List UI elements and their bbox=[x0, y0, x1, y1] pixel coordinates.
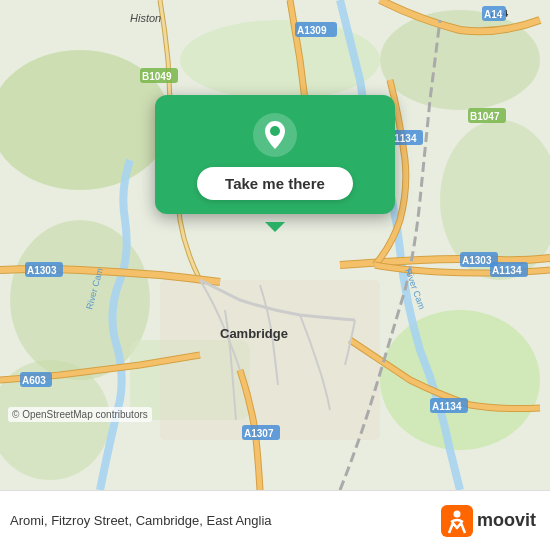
svg-text:B1047: B1047 bbox=[470, 111, 500, 122]
svg-text:A1309: A1309 bbox=[297, 25, 327, 36]
moovit-text: moovit bbox=[477, 510, 536, 531]
svg-text:A1134: A1134 bbox=[492, 265, 522, 276]
svg-text:A603: A603 bbox=[22, 375, 46, 386]
svg-point-40 bbox=[453, 510, 460, 517]
location-text: Aromi, Fitzroy Street, Cambridge, East A… bbox=[10, 513, 441, 528]
svg-text:A1303: A1303 bbox=[462, 255, 492, 266]
svg-text:A1134: A1134 bbox=[432, 401, 462, 412]
svg-point-38 bbox=[270, 126, 280, 136]
svg-text:Histon: Histon bbox=[130, 12, 161, 24]
svg-text:A14: A14 bbox=[484, 9, 503, 20]
svg-text:A1303: A1303 bbox=[27, 265, 57, 276]
popup-card: Take me there bbox=[155, 95, 395, 214]
footer: Aromi, Fitzroy Street, Cambridge, East A… bbox=[0, 490, 550, 550]
copyright-notice: © OpenStreetMap contributors bbox=[8, 407, 152, 422]
svg-text:A1307: A1307 bbox=[244, 428, 274, 439]
moovit-icon bbox=[441, 505, 473, 537]
map-container[interactable]: A14 A14 A1309 B1049 A1134 A1303 A1303 A6… bbox=[0, 0, 550, 490]
moovit-logo: moovit bbox=[441, 505, 536, 537]
take-me-there-button[interactable]: Take me there bbox=[197, 167, 353, 200]
svg-text:B1049: B1049 bbox=[142, 71, 172, 82]
location-pin-icon bbox=[253, 113, 297, 157]
svg-text:Cambridge: Cambridge bbox=[220, 326, 288, 341]
